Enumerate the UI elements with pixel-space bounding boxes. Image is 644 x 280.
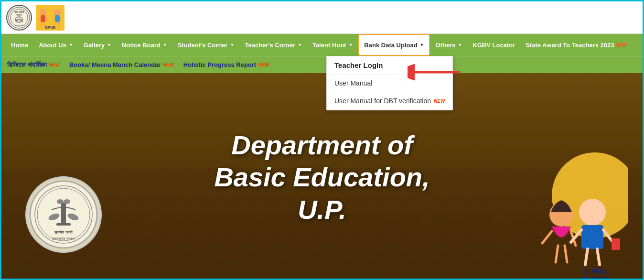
svg-line-55 — [556, 246, 558, 262]
others-caret: ▼ — [458, 43, 462, 47]
svg-text:उत्तर प्रदेश सरकार: उत्तर प्रदेश सरकार — [52, 237, 76, 241]
hero-title-line2: Basic Education, — [214, 161, 429, 193]
nav-bank-data-upload[interactable]: Bank Data Upload ▼ — [358, 34, 429, 56]
state-award-new-badge: NEW — [615, 43, 626, 48]
gov-seal-svg: उत्तर प्रदेश सरकार सत्यमेव जयते — [8, 6, 31, 29]
logo-area: उत्तर प्रदेश सरकार सत्यमेव जयते — [6, 5, 64, 31]
arrow-svg — [408, 63, 465, 82]
dropdown-user-manual-dbt[interactable]: User Manual for DBT verification NEW — [327, 92, 452, 110]
svg-line-62 — [597, 249, 600, 265]
svg-rect-58 — [581, 225, 603, 249]
nav-teachers-corner[interactable]: Teacher's Corner ▼ — [240, 34, 307, 56]
hero-title-line3: U.P. — [214, 194, 429, 226]
nav-others[interactable]: Others ▼ — [431, 34, 467, 56]
svg-text:सत्यमेव जयते: सत्यमेव जयते — [14, 24, 24, 27]
svg-point-11 — [40, 9, 46, 16]
hero-section: सत्यमेव जयते उत्तर प्रदेश सरकार Departme… — [1, 73, 643, 280]
red-arrow-annotation — [408, 63, 465, 84]
svg-rect-44 — [56, 223, 71, 226]
talent-caret: ▼ — [348, 43, 353, 47]
hero-content: Department of Basic Education, U.P. — [214, 129, 429, 226]
holistic-new-badge: NEW — [258, 62, 269, 67]
students-caret: ▼ — [230, 43, 235, 47]
hero-gov-seal: सत्यमेव जयते उत्तर प्रदेश सरकार — [25, 176, 102, 253]
gallery-caret: ▼ — [107, 43, 111, 47]
nav-notice-board[interactable]: Notice Board ▼ — [117, 34, 172, 56]
mascot-svg: NIPUN BHARAT — [523, 138, 628, 280]
hero-mascot: NIPUN BHARAT — [523, 138, 628, 280]
about-us-caret: ▼ — [69, 43, 73, 47]
svg-text:NIPUN: NIPUN — [583, 268, 607, 276]
svg-point-46 — [64, 199, 70, 204]
svg-point-36 — [490, 196, 511, 217]
subbar-books-meena[interactable]: Books/ Meena Manch Calendar NEW — [69, 61, 174, 68]
svg-point-45 — [57, 199, 64, 204]
notice-caret: ▼ — [163, 43, 167, 47]
svg-rect-63 — [612, 238, 620, 250]
svg-text:उत्तर प्रदेश: उत्तर प्रदेश — [14, 11, 24, 14]
svg-text:सत्यमेव जयते: सत्यमेव जयते — [54, 230, 72, 235]
svg-rect-18 — [55, 15, 60, 22]
svg-text:सरकार: सरकार — [16, 14, 22, 16]
nipun-bharat-logo: NIPUN BHARAT — [36, 5, 64, 31]
svg-rect-33 — [147, 213, 160, 234]
bank-caret: ▼ — [420, 43, 424, 47]
svg-point-32 — [145, 195, 162, 213]
seal-svg: सत्यमेव जयते उत्तर प्रदेश सरकार — [28, 179, 99, 250]
dbt-new-badge: NEW — [434, 98, 445, 104]
svg-point-57 — [579, 199, 606, 226]
header-top: उत्तर प्रदेश सरकार सत्यमेव जयते — [1, 1, 643, 34]
nav-talent-hunt[interactable]: Talent Hunt ▼ — [308, 34, 357, 56]
hero-seal-circle: सत्यमेव जयते उत्तर प्रदेश सरकार — [25, 176, 102, 253]
svg-text:BHARAT: BHARAT — [45, 30, 55, 31]
hero-title-line1: Department of — [214, 129, 429, 161]
navbar: Home About Us ▼ Gallery ▼ Notice Board ▼… — [1, 34, 643, 56]
nav-students-corner[interactable]: Student's Corner ▼ — [173, 34, 239, 56]
svg-line-53 — [542, 231, 552, 243]
nipun-svg: NIPUN BHARAT — [36, 5, 64, 31]
nav-kgbv-locator[interactable]: KGBV Locator — [468, 34, 520, 56]
nav-about-us[interactable]: About Us ▼ — [34, 34, 78, 56]
subbar-holistic-progress[interactable]: Holistic Progress Report NEW — [183, 61, 269, 68]
svg-text:NIPUN: NIPUN — [45, 26, 55, 29]
books-new-badge: NEW — [162, 62, 173, 67]
svg-line-61 — [585, 249, 588, 265]
hero-title: Department of Basic Education, U.P. — [214, 129, 429, 226]
svg-rect-12 — [41, 15, 45, 22]
subbar-digital-sandharshika[interactable]: डिजिटल संदर्शिका NEW — [7, 61, 60, 69]
subbar: डिजिटल संदर्शिका NEW Books/ Meena Manch … — [1, 56, 643, 73]
gov-seal-logo: उत्तर प्रदेश सरकार सत्यमेव जयते — [6, 5, 32, 31]
nav-state-award[interactable]: State Award To Teachers 2023 NEW — [521, 34, 632, 56]
svg-rect-43 — [61, 203, 66, 224]
svg-point-17 — [54, 9, 61, 16]
digital-new-badge: NEW — [49, 62, 60, 67]
nav-gallery[interactable]: Gallery ▼ — [79, 34, 116, 56]
teachers-caret: ▼ — [298, 43, 302, 47]
svg-line-56 — [565, 246, 567, 262]
nav-home[interactable]: Home — [6, 34, 33, 56]
svg-text:BHARAT: BHARAT — [581, 275, 609, 280]
svg-rect-37 — [493, 217, 509, 243]
